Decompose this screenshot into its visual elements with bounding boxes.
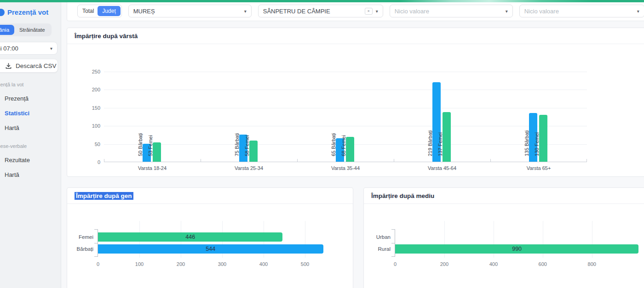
download-icon <box>5 62 12 69</box>
app-viewport: Prezență vot România Străinătate Luni 07… <box>0 0 644 288</box>
tab-strainatate[interactable]: Străinătate <box>14 25 50 35</box>
uat-select[interactable]: SÂNPETRU DE CÂMPIE × ▾ <box>258 5 383 17</box>
sidebar-item-harta-prezenta[interactable]: Hartă <box>5 124 61 131</box>
x-axis-tick-label: 400 <box>259 261 268 267</box>
y-axis-tick-label: 200 <box>81 87 100 92</box>
x-axis-tick-label: 200 <box>440 261 448 267</box>
category-axis-tick <box>391 256 395 257</box>
time-select-value: Luni 07:00 <box>0 45 18 52</box>
bar-rural[interactable]: 990 <box>395 244 638 254</box>
age-chart-card: Împărțire după vârstă 05010015020025050 … <box>67 28 644 177</box>
bar-value-label: 75 Bărbați <box>234 133 240 156</box>
country-tab-group: România Străinătate <box>0 23 52 36</box>
bar-femei[interactable] <box>346 137 354 162</box>
bar-femei[interactable] <box>249 141 258 162</box>
bottom-charts-row: Împărțire după gen 0100200300400500Femei… <box>67 187 644 288</box>
page-title: Prezență vot <box>7 8 48 16</box>
selected-text: Împărțire după gen <box>75 192 133 200</box>
bar-value-label: 544 <box>98 244 323 254</box>
x-axis-category-label: Varsta 35-44 <box>297 165 394 171</box>
sectie-select[interactable]: Nicio valoare ▾ <box>519 5 644 17</box>
localitate-select[interactable]: Nicio valoare ▾ <box>390 5 513 17</box>
bar-value-label: 130 Femei <box>534 132 540 156</box>
bar-group: 135 Bărbați130 Femei <box>490 72 587 162</box>
bar-value-label: 135 Bărbați <box>523 130 530 156</box>
page: Prezență vot România Străinătate Luni 07… <box>0 0 644 288</box>
x-axis-category-label: Varsta 45-64 <box>394 165 490 171</box>
bar-group: 75 Bărbați58 Femei <box>201 72 297 162</box>
bar-femei[interactable]: 446 <box>98 232 282 242</box>
gender-chart: 0100200300400500Femei446Bărbați544 <box>98 221 330 259</box>
bar-value-label: 68 Femei <box>340 135 347 156</box>
bar-group: 65 Bărbați68 Femei <box>297 72 394 162</box>
nivel-option-judet[interactable]: Județ <box>98 6 120 16</box>
nav-section-prezenta-header: Prezență la vot <box>0 82 61 87</box>
x-axis-tick-label: 800 <box>588 261 596 267</box>
category-label-urban: Urban <box>359 234 391 240</box>
y-axis-tick-label: 50 <box>81 141 100 147</box>
nivel-toggle: Total Județ <box>77 5 122 17</box>
category-label-femei: Femei <box>62 234 93 240</box>
sidebar-nav: Prezență la vot Prezență Statistici Hart… <box>0 82 61 178</box>
filter-uat: UAT SÂNPETRU DE CÂMPIE × ▾ <box>258 0 383 17</box>
uat-select-value: SÂNPETRU DE CÂMPIE <box>263 8 365 15</box>
nivel-option-total[interactable]: Total <box>79 6 98 16</box>
bar-group: 50 Bărbați53 Femei <box>104 72 201 162</box>
progress-bar <box>0 0 644 2</box>
x-axis-category-label: Varsta 65+ <box>490 165 587 171</box>
bar-bărbați[interactable]: 544 <box>98 244 323 254</box>
sidebar-item-rezultate[interactable]: Rezultate <box>5 157 61 164</box>
filter-sectie: SECȚIE Nicio valoare ▾ <box>519 0 644 17</box>
filter-localitate: LOCALITATE Nicio valoare ▾ <box>390 0 513 17</box>
bar-value-label: 50 Bărbați <box>137 133 144 156</box>
gender-chart-card: Împărțire după gen 0100200300400500Femei… <box>67 187 353 288</box>
sidebar-item-harta-rezultate[interactable]: Hartă <box>5 171 61 178</box>
filter-judet: JUDEȚ MUREȘ ▾ <box>128 0 252 17</box>
x-axis-tick-label: 300 <box>218 261 226 267</box>
sectie-select-placeholder: Nicio valoare <box>524 8 637 15</box>
category-axis-tick <box>391 243 395 243</box>
x-axis-tick-label: 0 <box>394 261 397 267</box>
category-axis-tick <box>94 256 98 257</box>
x-axis-category-label: Varsta 18-24 <box>104 165 201 171</box>
bar-femei[interactable] <box>539 115 547 162</box>
clear-selection-icon[interactable]: × <box>365 8 373 15</box>
judet-select-value: MUREȘ <box>133 8 244 15</box>
x-axis-tick-label: 500 <box>301 261 309 267</box>
judet-select[interactable]: MUREȘ ▾ <box>128 5 252 17</box>
gender-chart-title: Împărțire după gen <box>67 188 353 204</box>
bar-femei[interactable] <box>153 142 161 162</box>
x-axis-category-label: Varsta 25-34 <box>201 165 297 171</box>
nav-section-procese-header: Procese-verbale <box>0 143 61 149</box>
chevron-down-icon: ▾ <box>506 9 508 14</box>
sidebar-item-prezenta[interactable]: Prezență <box>5 95 61 102</box>
bar-value-label: 219 Bărbați <box>427 130 433 156</box>
y-axis-tick-label: 150 <box>81 105 100 111</box>
bar-value-label: 446 <box>98 232 282 242</box>
main-content: NIVEL Total Județ JUDEȚ MUREȘ ▾ UAT <box>61 0 644 288</box>
time-select[interactable]: Luni 07:00 ▾ <box>0 42 58 55</box>
category-label-bărbați: Bărbați <box>62 246 93 252</box>
sidebar-header: Prezență vot <box>0 8 61 16</box>
chevron-down-icon: ▾ <box>637 9 639 14</box>
chevron-down-icon: ▾ <box>50 46 52 51</box>
category-axis-tick <box>94 243 98 243</box>
x-axis-tick-label: 100 <box>135 261 144 267</box>
x-axis-tick-label: 400 <box>489 261 498 267</box>
x-axis-tick-label: 200 <box>177 261 185 267</box>
mediu-chart-title: Împărțire după mediu <box>364 188 644 204</box>
sidebar-item-statistici[interactable]: Statistici <box>5 110 61 117</box>
bar-femei[interactable] <box>443 112 451 162</box>
bar-value-label: 137 Femei <box>437 132 443 156</box>
tab-romania[interactable]: România <box>0 25 14 35</box>
category-axis-tick <box>94 229 98 230</box>
download-csv-button[interactable]: Descarcă CSV <box>0 59 58 73</box>
bar-value-label: 990 <box>395 244 638 254</box>
category-label-rural: Rural <box>359 246 391 252</box>
age-chart-title: Împărțire după vârstă <box>67 28 644 44</box>
category-axis-tick <box>391 229 395 230</box>
sidebar: Prezență vot România Străinătate Luni 07… <box>0 0 61 288</box>
app-logo-icon <box>0 9 5 16</box>
filter-bar: NIVEL Total Județ JUDEȚ MUREȘ ▾ UAT <box>67 0 644 21</box>
bar-value-label: 58 Femei <box>244 135 250 156</box>
